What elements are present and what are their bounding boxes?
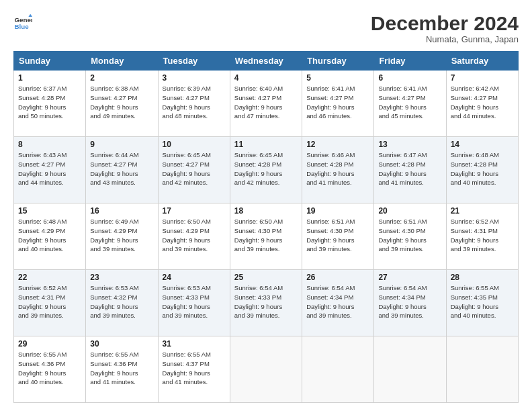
day-number: 26 xyxy=(306,273,369,282)
day-number: 30 xyxy=(90,339,153,349)
day-number: 23 xyxy=(90,273,153,282)
day-info: Sunrise: 6:48 AMSunset: 4:28 PMDaylight:… xyxy=(451,150,514,187)
day-number: 17 xyxy=(163,206,226,216)
logo-icon: General Blue xyxy=(13,12,32,31)
day-info: Sunrise: 6:55 AMSunset: 4:35 PMDaylight:… xyxy=(451,283,514,320)
calendar-cell: 27Sunrise: 6:54 AMSunset: 4:34 PMDayligh… xyxy=(374,270,446,336)
calendar-cell: 14Sunrise: 6:48 AMSunset: 4:28 PMDayligh… xyxy=(446,137,518,203)
calendar-cell: 15Sunrise: 6:48 AMSunset: 4:29 PMDayligh… xyxy=(14,203,86,270)
calendar-cell: 5Sunrise: 6:41 AMSunset: 4:27 PMDaylight… xyxy=(302,71,374,137)
day-number: 14 xyxy=(451,140,514,149)
calendar-cell: 22Sunrise: 6:52 AMSunset: 4:31 PMDayligh… xyxy=(14,270,86,336)
title-block: December 2024 Numata, Gunma, Japan xyxy=(371,12,519,44)
calendar-cell: 31Sunrise: 6:55 AMSunset: 4:37 PMDayligh… xyxy=(158,336,230,403)
day-info: Sunrise: 6:42 AMSunset: 4:27 PMDaylight:… xyxy=(451,84,514,121)
calendar-cell xyxy=(230,336,302,403)
calendar-cell: 7Sunrise: 6:42 AMSunset: 4:27 PMDaylight… xyxy=(446,71,518,137)
page: General Blue December 2024 Numata, Gunma… xyxy=(0,0,532,411)
calendar-cell: 25Sunrise: 6:54 AMSunset: 4:33 PMDayligh… xyxy=(230,270,302,336)
location: Numata, Gunma, Japan xyxy=(371,34,519,44)
calendar-cell: 1Sunrise: 6:37 AMSunset: 4:28 PMDaylight… xyxy=(14,71,86,137)
day-header-friday: Friday xyxy=(374,52,446,71)
day-info: Sunrise: 6:50 AMSunset: 4:29 PMDaylight:… xyxy=(163,217,226,254)
calendar-cell: 17Sunrise: 6:50 AMSunset: 4:29 PMDayligh… xyxy=(158,203,230,270)
calendar-cell: 2Sunrise: 6:38 AMSunset: 4:27 PMDaylight… xyxy=(86,71,158,137)
day-number: 8 xyxy=(18,140,81,149)
week-row-2: 8Sunrise: 6:43 AMSunset: 4:27 PMDaylight… xyxy=(14,137,519,203)
calendar-cell xyxy=(302,336,374,403)
calendar-cell: 26Sunrise: 6:54 AMSunset: 4:34 PMDayligh… xyxy=(302,270,374,336)
day-info: Sunrise: 6:55 AMSunset: 4:36 PMDaylight:… xyxy=(18,350,81,387)
day-number: 31 xyxy=(163,339,226,349)
week-row-3: 15Sunrise: 6:48 AMSunset: 4:29 PMDayligh… xyxy=(14,203,519,270)
calendar-cell: 19Sunrise: 6:51 AMSunset: 4:30 PMDayligh… xyxy=(302,203,374,270)
day-info: Sunrise: 6:38 AMSunset: 4:27 PMDaylight:… xyxy=(90,84,153,121)
day-number: 24 xyxy=(163,273,226,282)
calendar-cell: 12Sunrise: 6:46 AMSunset: 4:28 PMDayligh… xyxy=(302,137,374,203)
day-info: Sunrise: 6:43 AMSunset: 4:27 PMDaylight:… xyxy=(18,150,81,187)
day-info: Sunrise: 6:39 AMSunset: 4:27 PMDaylight:… xyxy=(163,84,226,121)
calendar-cell: 16Sunrise: 6:49 AMSunset: 4:29 PMDayligh… xyxy=(86,203,158,270)
day-info: Sunrise: 6:46 AMSunset: 4:28 PMDaylight:… xyxy=(306,150,369,187)
day-number: 11 xyxy=(234,140,298,149)
day-header-wednesday: Wednesday xyxy=(230,52,302,71)
day-number: 22 xyxy=(18,273,81,282)
calendar-cell: 21Sunrise: 6:52 AMSunset: 4:31 PMDayligh… xyxy=(446,203,518,270)
day-number: 1 xyxy=(18,73,81,83)
day-number: 27 xyxy=(378,273,441,282)
calendar-body: 1Sunrise: 6:37 AMSunset: 4:28 PMDaylight… xyxy=(14,71,519,403)
svg-text:Blue: Blue xyxy=(14,23,29,30)
day-number: 12 xyxy=(306,140,369,149)
day-info: Sunrise: 6:54 AMSunset: 4:33 PMDaylight:… xyxy=(234,283,298,320)
day-info: Sunrise: 6:51 AMSunset: 4:30 PMDaylight:… xyxy=(306,217,369,254)
calendar-cell xyxy=(446,336,518,403)
calendar-cell: 30Sunrise: 6:55 AMSunset: 4:36 PMDayligh… xyxy=(86,336,158,403)
calendar-cell: 6Sunrise: 6:41 AMSunset: 4:27 PMDaylight… xyxy=(374,71,446,137)
day-info: Sunrise: 6:52 AMSunset: 4:31 PMDaylight:… xyxy=(18,283,81,320)
day-number: 4 xyxy=(234,73,298,83)
day-info: Sunrise: 6:44 AMSunset: 4:27 PMDaylight:… xyxy=(90,150,153,187)
day-info: Sunrise: 6:51 AMSunset: 4:30 PMDaylight:… xyxy=(378,217,441,254)
day-number: 16 xyxy=(90,206,153,216)
calendar-cell: 23Sunrise: 6:53 AMSunset: 4:32 PMDayligh… xyxy=(86,270,158,336)
day-info: Sunrise: 6:55 AMSunset: 4:37 PMDaylight:… xyxy=(163,350,226,387)
day-info: Sunrise: 6:41 AMSunset: 4:27 PMDaylight:… xyxy=(306,84,369,121)
logo: General Blue xyxy=(13,12,32,31)
day-info: Sunrise: 6:54 AMSunset: 4:34 PMDaylight:… xyxy=(378,283,441,320)
day-number: 15 xyxy=(18,206,81,216)
calendar-table: SundayMondayTuesdayWednesdayThursdayFrid… xyxy=(13,51,519,403)
header: General Blue December 2024 Numata, Gunma… xyxy=(13,12,519,44)
calendar-cell: 29Sunrise: 6:55 AMSunset: 4:36 PMDayligh… xyxy=(14,336,86,403)
calendar-cell: 10Sunrise: 6:45 AMSunset: 4:27 PMDayligh… xyxy=(158,137,230,203)
calendar-cell: 20Sunrise: 6:51 AMSunset: 4:30 PMDayligh… xyxy=(374,203,446,270)
day-header-tuesday: Tuesday xyxy=(158,52,230,71)
week-row-1: 1Sunrise: 6:37 AMSunset: 4:28 PMDaylight… xyxy=(14,71,519,137)
day-number: 10 xyxy=(163,140,226,149)
day-info: Sunrise: 6:53 AMSunset: 4:32 PMDaylight:… xyxy=(90,283,153,320)
day-info: Sunrise: 6:52 AMSunset: 4:31 PMDaylight:… xyxy=(451,217,514,254)
day-info: Sunrise: 6:50 AMSunset: 4:30 PMDaylight:… xyxy=(234,217,298,254)
calendar-cell: 18Sunrise: 6:50 AMSunset: 4:30 PMDayligh… xyxy=(230,203,302,270)
day-header-saturday: Saturday xyxy=(446,52,518,71)
day-info: Sunrise: 6:40 AMSunset: 4:27 PMDaylight:… xyxy=(234,84,298,121)
calendar-cell: 28Sunrise: 6:55 AMSunset: 4:35 PMDayligh… xyxy=(446,270,518,336)
week-row-5: 29Sunrise: 6:55 AMSunset: 4:36 PMDayligh… xyxy=(14,336,519,403)
calendar-cell: 3Sunrise: 6:39 AMSunset: 4:27 PMDaylight… xyxy=(158,71,230,137)
calendar-cell xyxy=(374,336,446,403)
day-number: 2 xyxy=(90,73,153,83)
day-number: 29 xyxy=(18,339,81,349)
day-header-thursday: Thursday xyxy=(302,52,374,71)
calendar-header-row: SundayMondayTuesdayWednesdayThursdayFrid… xyxy=(14,52,519,71)
day-info: Sunrise: 6:37 AMSunset: 4:28 PMDaylight:… xyxy=(18,84,81,121)
day-number: 5 xyxy=(306,73,369,83)
day-info: Sunrise: 6:45 AMSunset: 4:27 PMDaylight:… xyxy=(163,150,226,187)
day-number: 7 xyxy=(451,73,514,83)
day-header-sunday: Sunday xyxy=(14,52,86,71)
day-info: Sunrise: 6:55 AMSunset: 4:36 PMDaylight:… xyxy=(90,350,153,387)
calendar-cell: 11Sunrise: 6:45 AMSunset: 4:28 PMDayligh… xyxy=(230,137,302,203)
day-info: Sunrise: 6:54 AMSunset: 4:34 PMDaylight:… xyxy=(306,283,369,320)
day-number: 19 xyxy=(306,206,369,216)
day-info: Sunrise: 6:47 AMSunset: 4:28 PMDaylight:… xyxy=(378,150,441,187)
day-number: 9 xyxy=(90,140,153,149)
month-title: December 2024 xyxy=(371,12,519,34)
